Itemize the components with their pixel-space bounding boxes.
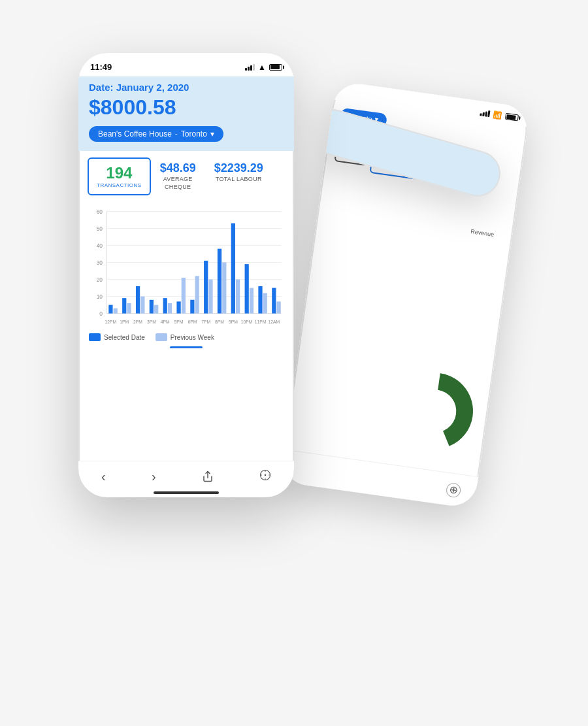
svg-text:20: 20 (97, 276, 103, 283)
svg-text:10PM: 10PM (241, 320, 253, 324)
svg-rect-30 (204, 261, 208, 314)
svg-rect-19 (127, 303, 131, 314)
legend-previous-label: Previous Week (171, 334, 214, 341)
transactions-box: 194 TRANSACTIONS (88, 157, 151, 195)
legend-selected-label: Selected Date (104, 334, 145, 341)
total-labour-value: $2239.29 (214, 161, 263, 175)
back-wifi-icon: 📶 (493, 110, 503, 120)
back-button[interactable]: ‹ (101, 469, 106, 484)
stats-row: 194 TRANSACTIONS $48.69 AVERAGE CHEQUE $… (78, 151, 294, 202)
svg-rect-21 (140, 296, 144, 313)
date-label: Date: January 2, 2020 (89, 82, 284, 93)
home-indicator (154, 491, 219, 494)
svg-text:0: 0 (99, 310, 103, 317)
scene: 📶 Toronto ▾ 93 (65, 53, 523, 674)
back-battery-icon (505, 112, 519, 121)
svg-text:8PM: 8PM (215, 320, 224, 324)
back-pie-chart (384, 359, 487, 463)
svg-rect-31 (208, 279, 212, 313)
svg-rect-18 (122, 298, 126, 313)
svg-rect-24 (163, 298, 167, 313)
svg-text:4PM: 4PM (161, 320, 170, 324)
location-dropdown-arrow: ▾ (210, 129, 214, 139)
svg-rect-25 (168, 303, 172, 314)
signal-icon (245, 64, 255, 71)
svg-rect-27 (182, 278, 186, 314)
svg-text:12AM: 12AM (269, 320, 280, 324)
svg-rect-36 (245, 264, 249, 313)
transactions-label: TRANSACTIONS (97, 182, 142, 189)
svg-rect-34 (231, 223, 235, 314)
svg-rect-32 (218, 249, 221, 314)
phone-front: 11:49 ▲ Date: January 2, 2020 (78, 53, 294, 497)
wifi-icon: ▲ (258, 63, 266, 72)
back-compass-icon[interactable]: ⊕ (446, 482, 462, 498)
forward-button[interactable]: › (152, 469, 156, 484)
svg-rect-33 (222, 262, 226, 313)
battery-icon (269, 64, 282, 71)
svg-rect-17 (114, 308, 118, 314)
svg-rect-37 (250, 288, 253, 313)
svg-text:5PM: 5PM (174, 320, 184, 324)
svg-text:6PM: 6PM (188, 320, 197, 324)
svg-rect-38 (258, 286, 262, 314)
amount-display: $8000.58 (89, 95, 284, 120)
average-cheque-value: $48.69 (160, 161, 196, 175)
bottom-nav: ‹ › (78, 461, 294, 497)
svg-text:11PM: 11PM (255, 320, 267, 324)
status-time: 11:49 (90, 62, 112, 72)
svg-text:40: 40 (97, 242, 103, 248)
svg-text:12PM: 12PM (105, 320, 117, 324)
svg-text:10: 10 (97, 293, 103, 300)
svg-text:1PM: 1PM (120, 320, 129, 324)
svg-rect-39 (263, 293, 267, 313)
svg-rect-23 (154, 305, 158, 313)
bar-chart-area: 60 50 40 30 20 10 0 (78, 202, 294, 329)
legend-previous: Previous Week (155, 333, 214, 341)
total-labour-block: $2239.29 TOTAL LABOUR (205, 157, 272, 188)
svg-rect-35 (236, 279, 240, 313)
average-cheque-block: $48.69 AVERAGE CHEQUE (151, 157, 205, 195)
svg-text:7PM: 7PM (201, 320, 210, 324)
legend-selected-swatch (89, 333, 101, 341)
back-signal-icon (480, 109, 490, 117)
svg-text:9PM: 9PM (229, 320, 238, 324)
svg-rect-26 (176, 301, 180, 313)
share-button[interactable] (202, 470, 214, 482)
svg-text:60: 60 (97, 208, 103, 214)
bar-chart: 60 50 40 30 20 10 0 (88, 205, 285, 327)
compass-button[interactable] (259, 469, 271, 484)
total-labour-label: TOTAL LABOUR (214, 175, 263, 184)
svg-rect-29 (195, 276, 199, 313)
svg-rect-16 (108, 305, 112, 313)
svg-rect-40 (272, 288, 276, 313)
svg-text:2PM: 2PM (133, 320, 142, 324)
svg-rect-28 (190, 300, 194, 314)
location-name: Bean's Coffee House (98, 129, 172, 139)
svg-rect-41 (276, 301, 280, 313)
average-cheque-label1: AVERAGE (160, 175, 196, 184)
chart-legend: Selected Date Previous Week (78, 329, 294, 345)
location-city: Toronto (181, 129, 207, 139)
scroll-indicator (170, 346, 203, 348)
average-cheque-label2: CHEQUE (160, 183, 196, 191)
svg-text:50: 50 (97, 225, 103, 231)
legend-selected: Selected Date (89, 333, 145, 341)
status-bar: 11:49 ▲ (78, 53, 294, 76)
legend-previous-swatch (155, 333, 167, 341)
location-separator: - (175, 129, 178, 139)
transactions-value: 194 (97, 164, 142, 182)
svg-rect-20 (136, 286, 140, 314)
blue-header: Date: January 2, 2020 $8000.58 Bean's Co… (78, 76, 294, 151)
svg-text:3PM: 3PM (147, 320, 156, 324)
back-revenue-label: Revenue (470, 228, 495, 238)
svg-point-57 (265, 474, 266, 476)
location-pill[interactable]: Bean's Coffee House - Toronto ▾ (89, 126, 223, 142)
phone-back: 📶 Toronto ▾ 93 (280, 80, 530, 509)
svg-rect-22 (150, 300, 154, 314)
svg-text:30: 30 (97, 259, 103, 266)
